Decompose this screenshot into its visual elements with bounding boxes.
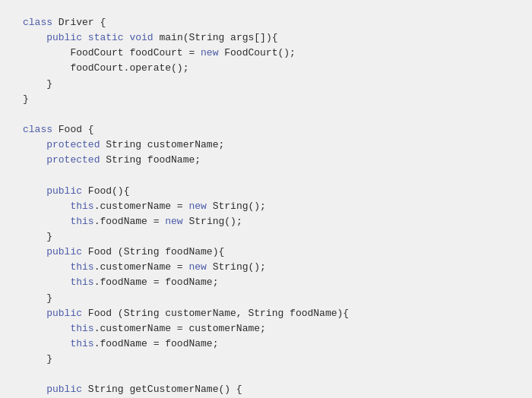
code-line: class Food { (23, 122, 509, 137)
code-line: FoodCourt foodCourt = new FoodCourt(); (23, 46, 509, 61)
code-line: public Food (String foodName){ (23, 245, 509, 260)
code-line: } (23, 291, 509, 306)
code-line (23, 107, 509, 122)
code-line: this.foodName = new String(); (23, 214, 509, 229)
code-line: class Driver { (23, 15, 509, 30)
code-line: this.customerName = customerName; (23, 321, 509, 336)
code-block: class Driver { public static void main(S… (23, 15, 509, 398)
code-line: foodCourt.operate(); (23, 61, 509, 76)
code-line: protected String foodName; (23, 153, 509, 168)
code-line: public Food(){ (23, 184, 509, 199)
code-line: } (23, 229, 509, 245)
code-line: } (23, 352, 509, 367)
code-line: this.foodName = foodName; (23, 336, 509, 352)
code-line: public Food (String customerName, String… (23, 306, 509, 321)
code-line: } (23, 92, 509, 107)
code-line: this.customerName = new String(); (23, 260, 509, 275)
code-line: public String getCustomerName() { (23, 382, 509, 397)
code-line: this.foodName = foodName; (23, 275, 509, 290)
code-line (23, 367, 509, 382)
code-line (23, 168, 509, 183)
code-container: class Driver { public static void main(S… (0, 0, 532, 398)
code-line: public static void main(String args[]){ (23, 30, 509, 46)
code-line: } (23, 77, 509, 92)
code-line: this.customerName = new String(); (23, 199, 509, 214)
code-line: protected String customerName; (23, 137, 509, 153)
